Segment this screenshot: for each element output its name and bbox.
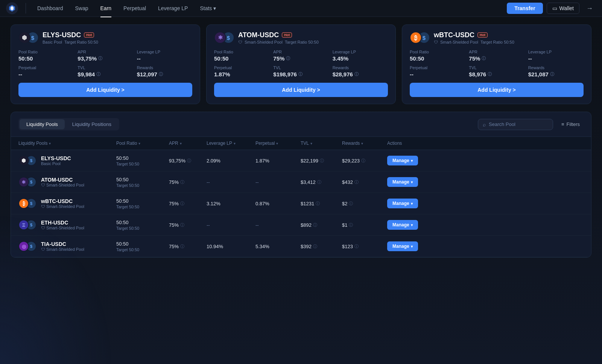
pool-table: Liquidity Pools ▾ Pool Ratio ▾ APR ▾ Lev… — [11, 137, 591, 257]
wallet-icon: ▭ — [552, 5, 557, 11]
rewards-info-icon[interactable]: ⓘ — [354, 71, 359, 77]
nav-perpetual[interactable]: Perpetual — [118, 3, 151, 14]
nav-dashboard[interactable]: Dashboard — [32, 3, 68, 14]
apr-info-icon[interactable]: ⓘ — [286, 56, 290, 61]
tvl-info-icon[interactable]: ⓘ — [298, 71, 303, 77]
nav-stats[interactable]: Stats ▾ — [195, 3, 221, 14]
sort-icon-perp[interactable]: ▾ — [276, 141, 278, 146]
tvl-cell: $892 ⓘ — [301, 222, 342, 228]
sort-icon-apr[interactable]: ▾ — [180, 141, 182, 146]
rewards-info-icon[interactable]: ⓘ — [361, 158, 365, 164]
tvl-info-icon[interactable]: ⓘ — [317, 179, 321, 185]
actions-cell: Manage ▾ — [387, 177, 425, 187]
rewards-info-icon[interactable]: ⓘ — [349, 201, 353, 206]
pool-token-icons: ₿ $ — [18, 197, 37, 209]
tvl-info-icon[interactable]: ⓘ — [313, 222, 317, 228]
card-header: ₿ $ wBTC-USDC Hot 🛡 Smart-Shielded Pool … — [410, 31, 584, 44]
pool-info: ELYS-USDC Basic Pool — [41, 155, 71, 166]
search-pool-input[interactable] — [489, 121, 548, 127]
add-liquidity-button-1[interactable]: Add Liquidity > — [18, 83, 192, 97]
actions-cell: Manage ▾ — [387, 199, 425, 208]
stat-apr: APR 75% ⓘ — [469, 50, 524, 62]
shield-icon: 🛡 — [41, 183, 45, 187]
navbar: Dashboard Swap Earn Perpetual Leverage L… — [0, 0, 602, 17]
tvl-cell: $392 ⓘ — [301, 244, 342, 249]
col-rewards: Rewards ▾ — [342, 141, 387, 146]
shield-icon: 🛡 — [41, 226, 45, 230]
card-subtitle: Basic Pool Target Ratio 50:50 — [43, 40, 192, 44]
col-tvl: TVL ▾ — [301, 141, 342, 146]
tab-liquidity-pools[interactable]: Liquidity Pools — [20, 119, 65, 129]
rewards-cell: $1 ⓘ — [342, 222, 387, 228]
sort-icon-pr[interactable]: ▾ — [138, 141, 140, 146]
filters-button[interactable]: ≡ Filters — [558, 119, 584, 129]
rewards-info-icon[interactable]: ⓘ — [354, 179, 359, 185]
apr-info-icon[interactable]: ⓘ — [180, 179, 184, 185]
pool-ratio-cell: 50:50 Target 50:50 — [116, 241, 169, 252]
nav-divider — [26, 3, 26, 14]
nav-swap[interactable]: Swap — [70, 3, 94, 14]
rewards-info-icon[interactable]: ⓘ — [349, 222, 353, 228]
pool-info: ETH-USDC 🛡 Smart-Shielded Pool — [41, 220, 84, 230]
manage-button[interactable]: Manage ▾ — [387, 156, 418, 165]
wallet-button[interactable]: ▭ Wallet — [547, 3, 579, 14]
tvl-info-icon[interactable]: ⓘ — [320, 158, 324, 164]
logo-icon — [6, 2, 18, 14]
sort-icon-llp[interactable]: ▾ — [234, 141, 236, 146]
apr-info-icon[interactable]: ⓘ — [180, 201, 184, 206]
rewards-info-icon[interactable]: ⓘ — [354, 244, 359, 249]
tab-liquidity-positions[interactable]: Liquidity Positions — [65, 119, 118, 129]
sort-icon-rew[interactable]: ▾ — [361, 141, 363, 146]
card-pair-title: ATOM-USDC Hot — [238, 31, 388, 39]
chevron-down-icon: ▾ — [213, 5, 216, 11]
apr-info-icon[interactable]: ⓘ — [180, 222, 184, 228]
stat-pool-ratio: Pool Ratio 50:50 — [410, 50, 465, 62]
rewards-info-icon[interactable]: ⓘ — [159, 71, 163, 77]
apr-cell: 75% ⓘ — [169, 222, 207, 228]
col-perpetual: Perpetual ▾ — [255, 141, 301, 146]
table-header: Liquidity Pools ▾ Pool Ratio ▾ APR ▾ Lev… — [11, 137, 591, 150]
sort-icon-tvl[interactable]: ▾ — [310, 141, 312, 146]
pool-cell: Ξ $ ETH-USDC 🛡 Smart-Shielded Pool — [18, 219, 116, 231]
card-title-area: wBTC-USDC Hot 🛡 Smart-Shielded Pool Targ… — [434, 31, 584, 44]
sort-icon-lp[interactable]: ▾ — [49, 141, 51, 146]
pool-cell: $ ELYS-USDC Basic Pool — [18, 155, 116, 167]
card-wbtc-usdc: ₿ $ wBTC-USDC Hot 🛡 Smart-Shielded Pool … — [402, 24, 591, 104]
tvl-info-icon[interactable]: ⓘ — [96, 71, 100, 77]
nav-earn[interactable]: Earn — [95, 3, 117, 14]
table-row: ◎ $ TIA-USDC 🛡 Smart-Shielded Pool 50:50… — [11, 236, 591, 257]
apr-cell: 75% ⓘ — [169, 201, 207, 206]
table-row: ₿ $ wBTC-USDC 🛡 Smart-Shielded Pool 50:5… — [11, 193, 591, 214]
manage-button[interactable]: Manage ▾ — [387, 199, 418, 208]
token1-icon — [18, 155, 29, 166]
card-pair-title: ELYS-USDC Hot — [43, 31, 192, 39]
apr-info-icon[interactable]: ⓘ — [98, 56, 102, 61]
apr-cell: 93,75% ⓘ — [169, 158, 207, 164]
logo[interactable] — [6, 2, 18, 14]
tvl-info-icon[interactable]: ⓘ — [488, 71, 492, 77]
tvl-info-icon[interactable]: ⓘ — [316, 201, 320, 206]
logout-button[interactable]: → — [583, 3, 596, 14]
pool-cell: ⚛ $ ATOM-USDC 🛡 Smart-Shielded Pool — [18, 176, 116, 188]
card-elys-usdc: $ ELYS-USDC Hot Basic Pool Target Ratio … — [11, 24, 200, 104]
add-liquidity-button-3[interactable]: Add Liquidity > — [410, 83, 584, 97]
token1-icon — [18, 32, 30, 44]
pool-token-icons: $ — [18, 155, 37, 167]
col-actions: Actions — [387, 141, 425, 146]
apr-info-icon[interactable]: ⓘ — [180, 244, 184, 249]
perpetual-cell: -- — [255, 179, 301, 185]
add-liquidity-button-2[interactable]: Add Liquidity > — [214, 83, 388, 97]
apr-info-icon[interactable]: ⓘ — [482, 56, 486, 61]
col-leverage-lp: Leverage LP ▾ — [207, 141, 255, 146]
manage-button[interactable]: Manage ▾ — [387, 241, 418, 251]
transfer-button[interactable]: Transfer — [507, 3, 543, 14]
leverage-lp-cell: -- — [207, 179, 255, 185]
nav-leverage-lp[interactable]: Leverage LP — [153, 3, 193, 14]
manage-button[interactable]: Manage ▾ — [387, 177, 418, 187]
tvl-info-icon[interactable]: ⓘ — [313, 244, 317, 249]
manage-button[interactable]: Manage ▾ — [387, 220, 418, 230]
table-row: $ ELYS-USDC Basic Pool 50:50 Target 50:5… — [11, 150, 591, 171]
rewards-info-icon[interactable]: ⓘ — [550, 71, 554, 77]
actions-cell: Manage ▾ — [387, 241, 425, 251]
apr-info-icon[interactable]: ⓘ — [187, 158, 191, 164]
